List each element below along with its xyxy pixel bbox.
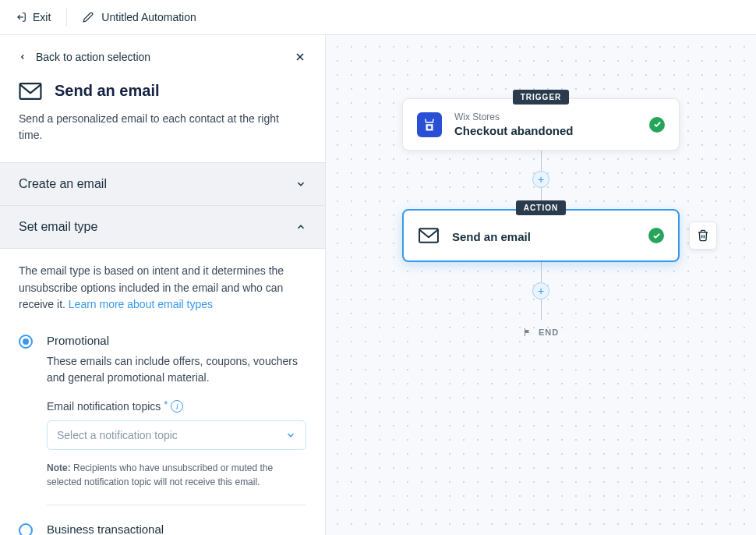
trigger-subtitle: Wix Stores xyxy=(454,112,637,122)
section-create-email[interactable]: Create an email xyxy=(0,163,325,206)
action-node[interactable]: Send an email xyxy=(402,209,680,262)
svg-rect-4 xyxy=(419,229,438,242)
action-title: Send an email xyxy=(452,230,636,243)
chevron-down-icon xyxy=(295,179,306,190)
panel-title: Send an email xyxy=(55,82,160,100)
radio-promotional-desc: These emails can include offers, coupons… xyxy=(47,353,306,386)
panel-description: Send a personalized email to each contac… xyxy=(19,111,284,162)
automation-title: Untitled Automation xyxy=(101,11,196,23)
flag-icon xyxy=(523,328,532,337)
radio-promotional-label: Promotional xyxy=(47,334,306,347)
learn-more-link[interactable]: Learn more about email types xyxy=(69,298,213,310)
trash-icon xyxy=(697,229,709,242)
mail-icon xyxy=(418,223,440,248)
exit-button[interactable]: Exit xyxy=(16,8,67,27)
store-icon xyxy=(417,112,442,137)
note-text: Note: Recipients who have unsubscribed o… xyxy=(47,461,306,489)
info-icon[interactable]: i xyxy=(171,400,183,413)
chevron-up-icon xyxy=(295,221,306,232)
add-step-button[interactable]: + xyxy=(532,171,549,188)
radio-business-transactional-label: Business transactional xyxy=(47,523,306,535)
exit-label: Exit xyxy=(33,11,51,23)
chevron-left-icon xyxy=(19,53,26,61)
type-helper-text: The email type is based on intent and it… xyxy=(19,263,306,314)
topbar: Exit Untitled Automation xyxy=(0,0,756,35)
automation-title-edit[interactable]: Untitled Automation xyxy=(83,11,196,23)
notification-topics-label: Email notification topics * i xyxy=(47,400,306,413)
action-badge: ACTION xyxy=(516,200,566,215)
trigger-node[interactable]: Wix Stores Checkout abandoned xyxy=(402,98,680,151)
end-label: END xyxy=(539,328,559,337)
mail-icon xyxy=(19,83,42,100)
section-email-type[interactable]: Set email type xyxy=(0,206,325,249)
end-marker: END xyxy=(523,328,559,337)
delete-node-button[interactable] xyxy=(689,221,717,250)
back-label: Back to action selection xyxy=(36,51,150,63)
trigger-title: Checkout abandoned xyxy=(454,124,637,137)
close-button[interactable] xyxy=(294,51,306,63)
exit-icon xyxy=(16,12,26,23)
svg-rect-3 xyxy=(20,83,41,99)
radio-promotional[interactable] xyxy=(19,335,33,349)
section-type-label: Set email type xyxy=(19,220,97,234)
chevron-down-icon xyxy=(285,430,296,441)
pencil-icon xyxy=(83,12,94,23)
radio-business-transactional[interactable] xyxy=(19,523,33,535)
trigger-badge: TRIGGER xyxy=(513,90,570,105)
select-placeholder: Select a notification topic xyxy=(57,429,178,441)
notification-topic-select[interactable]: Select a notification topic xyxy=(47,420,306,450)
config-sidebar: Back to action selection Send an email S… xyxy=(0,35,326,535)
check-icon xyxy=(648,228,664,243)
flow-canvas[interactable]: TRIGGER Wix Stores Checkout abandoned + … xyxy=(326,35,756,535)
required-asterisk: * xyxy=(164,399,168,410)
close-icon xyxy=(294,51,306,63)
back-link[interactable]: Back to action selection xyxy=(19,51,150,63)
section-create-label: Create an email xyxy=(19,177,107,191)
check-icon xyxy=(649,117,665,133)
add-step-button[interactable]: + xyxy=(532,282,549,299)
